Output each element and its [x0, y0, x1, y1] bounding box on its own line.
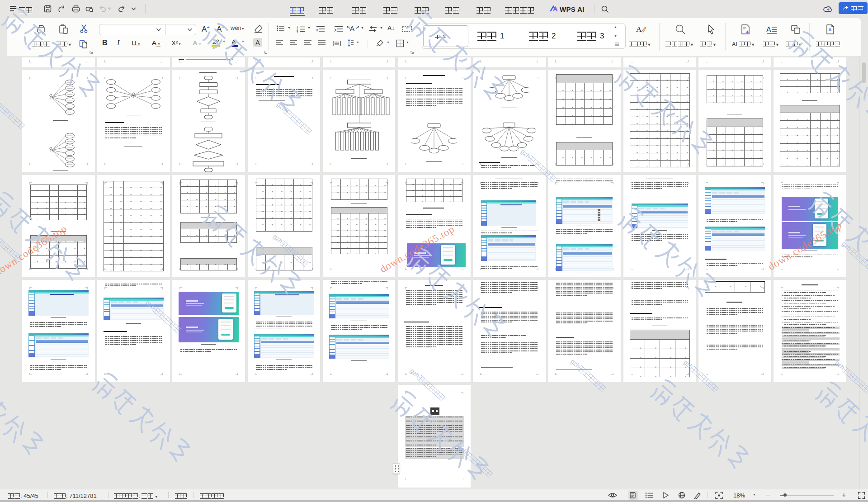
svg-text:A: A [766, 26, 771, 33]
svg-text:3: 3 [297, 31, 298, 33]
svg-text:A: A [636, 25, 642, 33]
